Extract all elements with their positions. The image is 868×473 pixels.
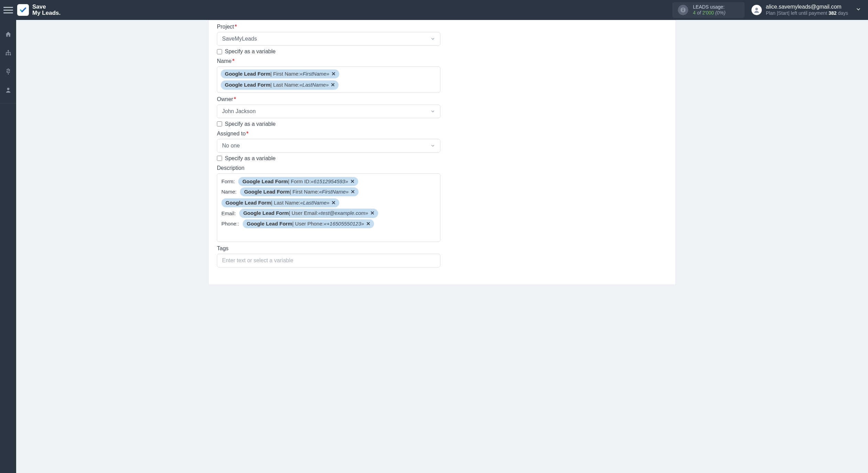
field-tags: Tags <box>217 245 667 267</box>
leads-usage-text: LEADS usage: 4 of 2'000 (0%) <box>693 4 726 16</box>
main-scroll[interactable]: Project* SaveMyLeads Specify as a variab… <box>16 20 868 473</box>
menu-toggle[interactable] <box>3 5 13 15</box>
sidebar-profile[interactable] <box>0 82 16 98</box>
description-row-label: Phone:: <box>221 221 239 227</box>
field-name: Name* Google Lead Form | First Name: «Fi… <box>217 58 667 93</box>
checkbox-project-variable[interactable]: Specify as a variable <box>217 48 667 55</box>
description-row-label: Email: <box>221 210 236 216</box>
select-project[interactable]: SaveMyLeads <box>217 32 440 46</box>
account-text: alice.savemyleads@gmail.com Plan |Start|… <box>766 3 848 16</box>
field-description: Description Form:Google Lead Form | Form… <box>217 165 667 242</box>
variable-token[interactable]: Google Lead Form | First Name: «FirstNam… <box>240 187 359 196</box>
label-owner: Owner* <box>217 96 667 102</box>
chevron-down-icon <box>430 143 435 148</box>
field-owner: Owner* John Jackson Specify as a variabl… <box>217 96 667 127</box>
checkbox-assigned-variable[interactable]: Specify as a variable <box>217 155 667 162</box>
svg-rect-7 <box>8 54 9 55</box>
label-assigned: Assigned to* <box>217 131 667 137</box>
checkbox-owner-variable[interactable]: Specify as a variable <box>217 121 667 127</box>
variable-token[interactable]: Google Lead Form | First Name: «FirstNam… <box>221 69 339 78</box>
sidebar-connections[interactable] <box>0 45 16 60</box>
variable-token[interactable]: Google Lead Form | Last Name: «LastName»… <box>221 198 339 207</box>
select-assigned[interactable]: No one <box>217 139 440 153</box>
checkbox-assigned-variable-input[interactable] <box>217 156 222 161</box>
description-row: Phone::Google Lead Form | User Phone: «+… <box>221 219 436 228</box>
svg-point-9 <box>7 88 9 90</box>
brand-logo[interactable]: Save My Leads. <box>17 4 61 16</box>
input-name[interactable]: Google Lead Form | First Name: «FirstNam… <box>217 66 440 93</box>
account-caret-icon[interactable] <box>856 7 861 13</box>
sidebar <box>0 20 16 473</box>
svg-rect-8 <box>10 54 11 55</box>
input-description[interactable]: Form:Google Lead Form | Form ID: «615129… <box>217 173 440 242</box>
sidebar-billing[interactable] <box>0 64 16 79</box>
topbar: Save My Leads. LEADS usage: 4 of 2'000 (… <box>0 0 868 20</box>
variable-token[interactable]: Google Lead Form | Last Name: «LastName»… <box>221 80 339 89</box>
chevron-down-icon <box>430 36 435 41</box>
chevron-down-icon <box>430 109 435 114</box>
svg-point-2 <box>683 8 683 9</box>
svg-rect-6 <box>6 54 7 55</box>
info-icon <box>678 5 688 15</box>
select-owner[interactable]: John Jackson <box>217 104 440 118</box>
variable-token[interactable]: Google Lead Form | Form ID: «61512954593… <box>238 177 358 186</box>
label-project: Project* <box>217 24 667 30</box>
logo-badge-icon <box>17 4 29 16</box>
field-project: Project* SaveMyLeads Specify as a variab… <box>217 24 667 55</box>
token-remove-icon[interactable]: ✕ <box>331 199 336 206</box>
token-remove-icon[interactable]: ✕ <box>331 81 335 88</box>
description-row: Form:Google Lead Form | Form ID: «615129… <box>221 177 436 186</box>
checkbox-owner-variable-input[interactable] <box>217 121 222 126</box>
svg-point-4 <box>755 8 758 10</box>
token-remove-icon[interactable]: ✕ <box>350 178 355 185</box>
token-remove-icon[interactable]: ✕ <box>366 220 371 227</box>
description-row-label: Form: <box>221 178 235 184</box>
select-owner-value: John Jackson <box>222 108 256 114</box>
input-tags-field[interactable] <box>222 254 435 267</box>
label-tags: Tags <box>217 245 667 252</box>
brand-text: Save My Leads. <box>32 4 61 16</box>
avatar-icon <box>751 5 762 15</box>
checkbox-project-variable-input[interactable] <box>217 49 222 54</box>
variable-token[interactable]: Google Lead Form | User Phone: «+1650555… <box>243 219 374 228</box>
token-remove-icon[interactable]: ✕ <box>370 210 375 217</box>
description-row-label: Name: <box>221 189 237 195</box>
sidebar-home[interactable] <box>0 27 16 42</box>
description-row: Name:Google Lead Form | First Name: «Fir… <box>221 187 436 208</box>
select-project-value: SaveMyLeads <box>222 36 257 42</box>
token-remove-icon[interactable]: ✕ <box>351 188 355 195</box>
svg-rect-1 <box>683 10 683 11</box>
svg-rect-5 <box>8 50 9 51</box>
leads-usage-box[interactable]: LEADS usage: 4 of 2'000 (0%) <box>672 2 745 18</box>
label-description: Description <box>217 165 667 171</box>
account-area[interactable]: alice.savemyleads@gmail.com Plan |Start|… <box>751 3 861 16</box>
sidebar-separator <box>0 103 16 103</box>
variable-token[interactable]: Google Lead Form | User Email: «test@exa… <box>239 209 378 218</box>
input-tags[interactable] <box>217 254 440 267</box>
select-assigned-value: No one <box>222 143 240 149</box>
field-assigned: Assigned to* No one Specify as a variabl… <box>217 131 667 162</box>
label-name: Name* <box>217 58 667 64</box>
description-row: Email:Google Lead Form | User Email: «te… <box>221 209 436 218</box>
token-remove-icon[interactable]: ✕ <box>331 70 336 77</box>
panel: Project* SaveMyLeads Specify as a variab… <box>208 20 676 285</box>
